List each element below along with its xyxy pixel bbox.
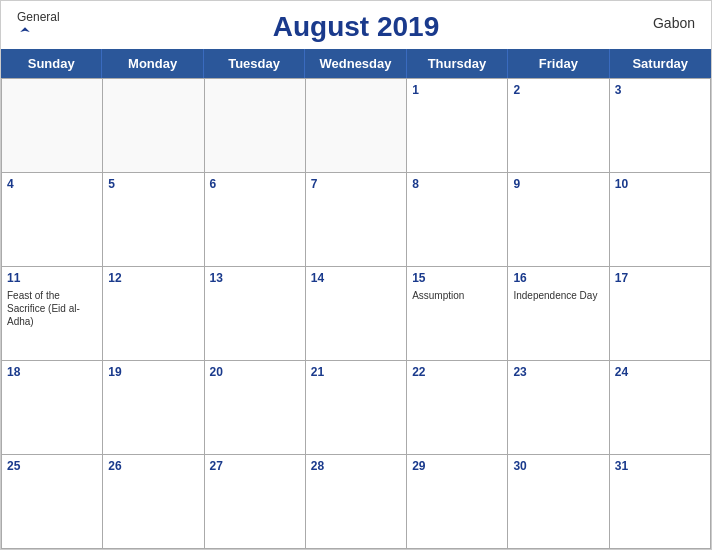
weekday-header-thursday: Thursday (407, 49, 508, 78)
logo-blue-text (17, 24, 31, 39)
day-number: 29 (412, 458, 502, 475)
day-number: 7 (311, 176, 401, 193)
day-number: 25 (7, 458, 97, 475)
day-cell: 17 (610, 266, 711, 360)
calendar-grid: 1234567891011Feast of the Sacrifice (Eid… (1, 78, 711, 549)
day-cell: 5 (103, 172, 204, 266)
day-event: Assumption (412, 289, 502, 302)
logo-bird-icon (19, 26, 31, 38)
day-cell: 12 (103, 266, 204, 360)
day-cell (2, 78, 103, 172)
day-cell: 6 (205, 172, 306, 266)
day-cell: 29 (407, 454, 508, 548)
weekday-header-wednesday: Wednesday (305, 49, 406, 78)
weekday-header-monday: Monday (102, 49, 203, 78)
day-number: 18 (7, 364, 97, 381)
day-number: 8 (412, 176, 502, 193)
day-cell: 27 (205, 454, 306, 548)
day-cell: 8 (407, 172, 508, 266)
day-number: 28 (311, 458, 401, 475)
weekday-header-tuesday: Tuesday (204, 49, 305, 78)
day-cell: 23 (508, 360, 609, 454)
day-cell: 7 (306, 172, 407, 266)
day-number: 11 (7, 270, 97, 287)
day-number: 17 (615, 270, 705, 287)
day-number: 27 (210, 458, 300, 475)
logo: General (17, 11, 60, 40)
day-number: 13 (210, 270, 300, 287)
day-event: Independence Day (513, 289, 603, 302)
day-number: 16 (513, 270, 603, 287)
day-number: 31 (615, 458, 705, 475)
day-cell: 25 (2, 454, 103, 548)
weekday-header-sunday: Sunday (1, 49, 102, 78)
calendar-container: General August 2019 Gabon SundayMondayTu… (0, 0, 712, 550)
day-number: 5 (108, 176, 198, 193)
day-cell: 20 (205, 360, 306, 454)
day-cell: 26 (103, 454, 204, 548)
day-cell: 31 (610, 454, 711, 548)
day-cell: 18 (2, 360, 103, 454)
day-number: 2 (513, 82, 603, 99)
day-cell: 1 (407, 78, 508, 172)
day-cell: 4 (2, 172, 103, 266)
logo-general-text: General (17, 11, 60, 24)
day-cell (306, 78, 407, 172)
day-cell: 3 (610, 78, 711, 172)
day-number: 20 (210, 364, 300, 381)
weekday-header-friday: Friday (508, 49, 609, 78)
day-cell: 15Assumption (407, 266, 508, 360)
day-number: 21 (311, 364, 401, 381)
day-number: 3 (615, 82, 705, 99)
day-cell: 11Feast of the Sacrifice (Eid al-Adha) (2, 266, 103, 360)
calendar-country: Gabon (653, 15, 695, 31)
calendar-title: August 2019 (273, 11, 440, 43)
weekday-header-saturday: Saturday (610, 49, 711, 78)
svg-marker-0 (20, 28, 30, 33)
day-cell: 9 (508, 172, 609, 266)
day-cell: 21 (306, 360, 407, 454)
day-number: 4 (7, 176, 97, 193)
day-number: 26 (108, 458, 198, 475)
day-number: 19 (108, 364, 198, 381)
day-cell: 14 (306, 266, 407, 360)
day-number: 22 (412, 364, 502, 381)
day-cell: 28 (306, 454, 407, 548)
day-number: 23 (513, 364, 603, 381)
day-cell (205, 78, 306, 172)
day-number: 24 (615, 364, 705, 381)
day-number: 1 (412, 82, 502, 99)
day-cell: 13 (205, 266, 306, 360)
day-cell (103, 78, 204, 172)
weekdays-row: SundayMondayTuesdayWednesdayThursdayFrid… (1, 49, 711, 78)
day-number: 30 (513, 458, 603, 475)
day-number: 14 (311, 270, 401, 287)
day-cell: 10 (610, 172, 711, 266)
day-cell: 30 (508, 454, 609, 548)
day-cell: 24 (610, 360, 711, 454)
day-number: 10 (615, 176, 705, 193)
day-number: 6 (210, 176, 300, 193)
day-number: 9 (513, 176, 603, 193)
day-cell: 22 (407, 360, 508, 454)
day-cell: 19 (103, 360, 204, 454)
day-number: 12 (108, 270, 198, 287)
day-event: Feast of the Sacrifice (Eid al-Adha) (7, 289, 97, 328)
day-number: 15 (412, 270, 502, 287)
day-cell: 16Independence Day (508, 266, 609, 360)
calendar-header: General August 2019 Gabon (1, 1, 711, 49)
day-cell: 2 (508, 78, 609, 172)
